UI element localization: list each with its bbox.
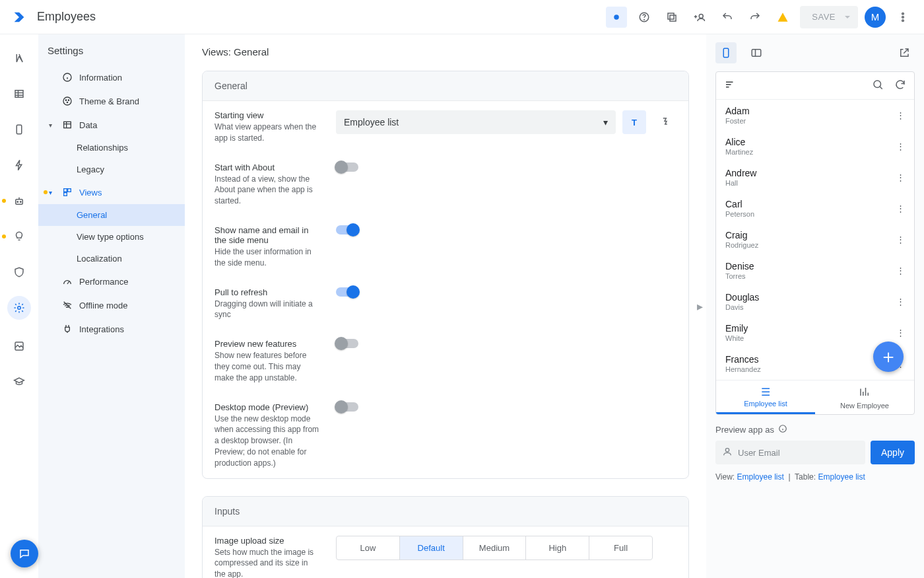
rail-actions-icon[interactable] — [7, 153, 31, 177]
employee-first: Douglas — [725, 292, 759, 303]
rail-automation-icon[interactable] — [7, 189, 31, 213]
rail-security-icon[interactable] — [7, 260, 31, 284]
rail-settings-icon[interactable] — [7, 296, 31, 320]
seg-full[interactable]: Full — [589, 536, 652, 560]
info-icon[interactable] — [778, 424, 787, 435]
save-button[interactable]: SAVE — [800, 6, 858, 28]
employee-first: Alice — [725, 137, 753, 147]
employee-first: Carl — [725, 199, 754, 209]
page-title: Views: General — [202, 46, 689, 57]
apply-button[interactable]: Apply — [871, 441, 915, 464]
phone-tabs: ☰Employee list New Employee — [716, 380, 914, 414]
inputs-card: Inputs Image upload sizeSets how much th… — [202, 496, 689, 578]
employee-last: Rodriguez — [725, 241, 758, 249]
sidebar-item-views[interactable]: ▾Views — [38, 180, 185, 204]
phone-tab-list[interactable]: ☰Employee list — [716, 380, 815, 414]
help-icon[interactable] — [634, 7, 655, 28]
svg-point-19 — [67, 102, 67, 102]
inputs-header: Inputs — [203, 497, 688, 526]
chat-fab[interactable] — [11, 540, 38, 567]
sidebar-item-relationships[interactable]: Relationships — [38, 137, 185, 159]
rail-learn-icon[interactable] — [7, 370, 31, 394]
sidebar-item-offline[interactable]: Offline mode — [38, 293, 185, 317]
preview-toolbar — [715, 41, 915, 65]
rail-views-icon[interactable] — [7, 118, 31, 141]
list-item[interactable]: AdamFoster⋮ — [716, 100, 914, 131]
row-more-icon[interactable]: ⋮ — [896, 266, 905, 275]
row-image-upload: Image upload sizeSets how much the image… — [203, 526, 688, 578]
rail-home-icon[interactable] — [7, 46, 31, 70]
preview-view-link[interactable]: Employee list — [737, 472, 783, 482]
sidebar-item-data[interactable]: ▾Data — [38, 113, 185, 137]
sidebar-item-legacy[interactable]: Legacy — [38, 159, 185, 180]
sidebar-item-integrations[interactable]: Integrations — [38, 317, 185, 341]
starting-view-select[interactable]: Employee list ▾ — [336, 110, 616, 134]
seg-low[interactable]: Low — [337, 536, 400, 560]
row-more-icon[interactable]: ⋮ — [896, 297, 905, 307]
start-about-toggle[interactable] — [336, 163, 358, 172]
sidebar-item-information[interactable]: Information — [38, 65, 185, 89]
refresh-icon[interactable] — [894, 79, 906, 92]
preview-tablet-icon[interactable] — [746, 42, 767, 63]
formula-mode-chip[interactable] — [653, 110, 676, 134]
undo-icon[interactable] — [717, 7, 738, 28]
employee-first: Denise — [725, 261, 754, 271]
rail-intelligence-icon[interactable] — [7, 225, 31, 248]
row-more-icon[interactable]: ⋮ — [896, 110, 905, 120]
list-item[interactable]: DouglasDavis⋮ — [716, 286, 914, 317]
sidebar-item-localization[interactable]: Localization — [38, 248, 185, 270]
list-item[interactable]: AliceMartinez⋮ — [716, 131, 914, 162]
search-icon[interactable] — [872, 79, 884, 92]
list-item[interactable]: CraigRodriguez⋮ — [716, 224, 914, 255]
seg-default[interactable]: Default — [400, 536, 463, 560]
image-upload-segments: Low Default Medium High Full — [336, 536, 653, 560]
employee-list[interactable]: AdamFoster⋮AliceMartinez⋮AndrewHall⋮Carl… — [716, 100, 914, 380]
sidebar-item-theme[interactable]: Theme & Brand — [38, 89, 185, 113]
phone-tab-new[interactable]: New Employee — [815, 380, 914, 414]
avatar[interactable]: M — [865, 7, 886, 28]
sort-icon[interactable] — [724, 79, 736, 92]
preview-panel: AdamFoster⋮AliceMartinez⋮AndrewHall⋮Carl… — [706, 34, 924, 578]
desktop-mode-toggle[interactable] — [336, 402, 358, 412]
preview-footer: View: Employee list | Table: Employee li… — [715, 472, 915, 482]
logo[interactable]: Employees — [12, 10, 96, 24]
list-item[interactable]: AndrewHall⋮ — [716, 162, 914, 193]
preview-table-link[interactable]: Employee list — [818, 472, 865, 482]
rail-manage-icon[interactable] — [7, 334, 31, 358]
layers-icon[interactable] — [661, 7, 682, 28]
row-more-icon[interactable]: ⋮ — [896, 328, 905, 338]
seg-medium[interactable]: Medium — [463, 536, 527, 560]
sidebar-item-view-type-options[interactable]: View type options — [38, 226, 185, 248]
row-more-icon[interactable]: ⋮ — [896, 235, 905, 244]
sidebar-item-general[interactable]: General — [38, 204, 185, 226]
seg-high[interactable]: High — [526, 536, 589, 560]
rules-icon[interactable] — [606, 7, 627, 28]
preview-features-toggle[interactable] — [336, 339, 358, 348]
pull-refresh-toggle[interactable] — [336, 287, 358, 297]
row-more-icon[interactable]: ⋮ — [896, 203, 905, 213]
preview-open-icon[interactable] — [894, 42, 915, 63]
svg-point-7 — [902, 19, 904, 21]
fab-add[interactable]: ＋ — [873, 342, 904, 372]
user-email-input[interactable]: User Email — [715, 441, 865, 464]
rail-data-icon[interactable] — [7, 82, 31, 106]
list-item[interactable]: CarlPeterson⋮ — [716, 193, 914, 224]
row-desktop-mode: Desktop mode (Preview)Use the new deskto… — [203, 393, 688, 478]
redo-icon[interactable] — [744, 7, 766, 28]
add-user-icon[interactable] — [689, 7, 710, 28]
sidebar-item-performance[interactable]: Performance — [38, 270, 185, 293]
more-icon[interactable] — [892, 7, 913, 28]
app-name: Employees — [37, 10, 96, 24]
text-mode-chip[interactable]: T — [622, 110, 646, 134]
svg-point-28 — [725, 448, 729, 451]
list-item[interactable]: DeniseTorres⋮ — [716, 255, 914, 286]
preview-mobile-icon[interactable] — [715, 42, 737, 63]
row-more-icon[interactable]: ⋮ — [896, 141, 905, 151]
expand-collapse-handle[interactable]: ▸ — [692, 299, 707, 313]
row-more-icon[interactable]: ⋮ — [896, 172, 905, 182]
name-email-toggle[interactable] — [336, 225, 358, 235]
warning-icon[interactable] — [772, 7, 793, 28]
svg-rect-23 — [64, 193, 67, 196]
svg-point-5 — [902, 13, 904, 15]
employee-last: Hall — [725, 179, 756, 187]
